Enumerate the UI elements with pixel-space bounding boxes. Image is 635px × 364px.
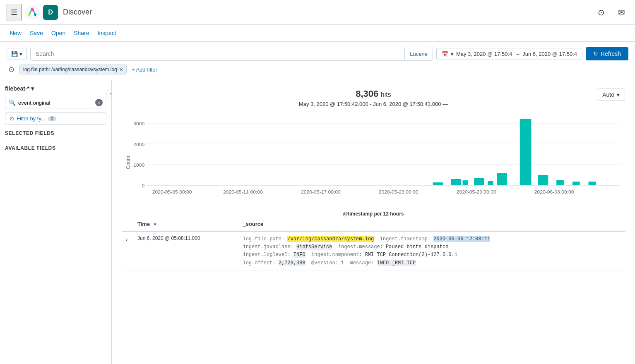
add-filter-button[interactable]: + Add filter <box>130 65 159 74</box>
active-filter-tag[interactable]: log.file.path: /var/log/cassandra/system… <box>19 65 127 74</box>
svg-point-1 <box>31 8 34 11</box>
sidebar-collapse-button[interactable]: ◀ <box>106 89 112 98</box>
calendar-icon: 📅 <box>442 51 448 57</box>
date-to: Jun 6, 2020 @ 17:50:4 <box>522 51 577 57</box>
date-from: May 3, 2020 @ 17:50:4 <box>456 51 512 57</box>
svg-text:2020-05-23 00:00: 2020-05-23 00:00 <box>379 190 419 194</box>
table-area: Time ▼ _source › Jun 6, 2020 @ 05:08:11.… <box>112 217 635 271</box>
refresh-button[interactable]: ↻ Refresh <box>586 47 628 60</box>
svg-text:2020-05-11 00:00: 2020-05-11 00:00 <box>223 190 263 194</box>
svg-text:1000: 1000 <box>133 163 144 168</box>
svg-rect-20 <box>538 175 548 185</box>
svg-rect-13 <box>433 182 443 185</box>
svg-rect-21 <box>556 180 564 185</box>
svg-text:2020-06-03 00:00: 2020-06-03 00:00 <box>534 190 574 194</box>
sidebar: ◀ filebeat-* ▾ 🔍 × ⊙ Filter by ty... 0 S… <box>0 80 112 364</box>
share-link[interactable]: Share <box>70 28 92 38</box>
filter-count-badge: 0 <box>48 116 56 121</box>
chart-area: 8,306 hits May 3, 2020 @ 17:50:42.000 - … <box>112 80 635 364</box>
svg-rect-17 <box>488 181 493 185</box>
save-icon: 💾 <box>11 51 18 57</box>
index-pattern-label: filebeat-* <box>5 85 29 92</box>
hamburger-menu[interactable]: ☰ <box>7 4 22 21</box>
field-search-clear-button[interactable]: × <box>95 99 103 106</box>
svg-rect-22 <box>572 182 580 185</box>
search-save-button[interactable]: 💾 ▾ <box>7 48 27 60</box>
row-expand-button[interactable]: › <box>125 235 128 243</box>
svg-text:3000: 3000 <box>133 122 144 126</box>
svg-rect-14 <box>451 179 461 185</box>
filter-by-type-button[interactable]: ⊙ Filter by ty... 0 <box>5 113 106 125</box>
save-link[interactable]: Save <box>26 28 46 38</box>
time-cell: Jun 6, 2020 @ 05:08:11.000 <box>134 232 239 271</box>
search-input-wrap: Lucene <box>30 47 433 61</box>
svg-text:2020-05-29 00:00: 2020-05-29 00:00 <box>457 190 496 194</box>
hits-label: hits <box>381 91 391 98</box>
main-layout: ◀ filebeat-* ▾ 🔍 × ⊙ Filter by ty... 0 S… <box>0 80 635 364</box>
selected-fields-title: Selected fields <box>5 130 106 136</box>
svg-text:2020-05-05 00:00: 2020-05-05 00:00 <box>152 190 192 194</box>
auto-label: Auto <box>602 91 614 98</box>
time-sort-icon: ▼ <box>153 222 157 227</box>
svg-point-3 <box>34 13 36 15</box>
top-nav: ☰ D Discover ⊙ ✉ <box>0 0 635 25</box>
lucene-button[interactable]: Lucene <box>404 48 433 60</box>
svg-text:2020-05-17 00:00: 2020-05-17 00:00 <box>301 190 341 194</box>
svg-rect-23 <box>589 182 596 185</box>
date-arrow: → <box>515 51 520 57</box>
filter-row: ⊙ log.file.path: /var/log/cassandra/syst… <box>7 64 628 75</box>
time-column-header[interactable]: Time ▼ <box>134 217 239 232</box>
svg-text:2000: 2000 <box>133 142 144 147</box>
chart-date-range: May 3, 2020 @ 17:50:42.000 - Jun 6, 2020… <box>299 101 448 107</box>
field-search-icon: 🔍 <box>9 99 16 106</box>
interval-chevron: ▾ <box>617 91 620 98</box>
filter-type-icon: ⊙ <box>10 115 14 122</box>
index-pattern-chevron: ▾ <box>31 85 34 92</box>
svg-rect-19 <box>520 119 532 185</box>
save-chevron: ▾ <box>19 51 22 57</box>
svg-rect-18 <box>497 173 507 185</box>
svg-rect-15 <box>463 180 468 185</box>
x-axis-label: @timestamp per 12 hours <box>122 211 625 217</box>
new-link[interactable]: New <box>7 28 25 38</box>
chart-header: 8,306 hits May 3, 2020 @ 17:50:42.000 - … <box>122 89 625 112</box>
inspect-link[interactable]: Inspect <box>94 28 120 38</box>
secondary-nav: New Save Open Share Inspect <box>0 25 635 42</box>
hits-info: 8,306 hits <box>289 89 457 99</box>
app-icon: D <box>43 5 58 20</box>
mail-icon[interactable]: ✉ <box>615 4 628 21</box>
search-row: 💾 ▾ Lucene 📅 ▾ May 3, 2020 @ 17:50:4 → J… <box>7 47 628 61</box>
source-cell: log.file.path: /var/log/cassandra/system… <box>239 232 625 271</box>
filter-tag-remove-button[interactable]: × <box>120 67 123 72</box>
app-title: Discover <box>63 8 594 17</box>
hits-count: 8,306 <box>356 89 378 99</box>
refresh-icon: ↻ <box>593 50 598 57</box>
available-fields-title: Available fields <box>5 145 106 151</box>
filter-tag-label: log.file.path: /var/log/cassandra/system… <box>23 67 117 72</box>
chart-wrap: Count 3000 2000 1000 0 <box>122 117 625 217</box>
date-range-info: May 3, 2020 @ 17:50:42.000 - Jun 6, 2020… <box>289 101 457 107</box>
source-column-header: _source <box>239 217 625 232</box>
refresh-label: Refresh <box>601 50 621 57</box>
interval-selector[interactable]: Auto ▾ <box>597 89 625 101</box>
index-pattern-selector[interactable]: filebeat-* ▾ <box>5 85 106 92</box>
field-search-wrap: 🔍 × <box>5 97 106 108</box>
filter-by-type-label: Filter by ty... <box>17 115 46 122</box>
field-search-input[interactable] <box>18 100 93 106</box>
table-row: › Jun 6, 2020 @ 05:08:11.000 log.file.pa… <box>122 232 625 271</box>
search-input[interactable] <box>31 47 404 60</box>
nav-icons: ⊙ ✉ <box>594 4 628 21</box>
svg-point-2 <box>28 13 30 15</box>
datetime-button[interactable]: 📅 ▾ May 3, 2020 @ 17:50:4 → Jun 6, 2020 … <box>436 48 582 60</box>
search-area: 💾 ▾ Lucene 📅 ▾ May 3, 2020 @ 17:50:4 → J… <box>0 42 635 80</box>
histogram-chart: Count 3000 2000 1000 0 <box>122 117 625 208</box>
svg-rect-16 <box>474 178 484 185</box>
results-table: Time ▼ _source › Jun 6, 2020 @ 05:08:11.… <box>122 217 625 271</box>
datetime-chevron: ▾ <box>451 51 454 57</box>
filter-options-button[interactable]: ⊙ <box>7 64 16 75</box>
help-icon[interactable]: ⊙ <box>594 4 608 21</box>
open-link[interactable]: Open <box>48 28 69 38</box>
svg-text:Count: Count <box>125 156 131 169</box>
kibana-logo <box>25 5 40 20</box>
svg-text:0: 0 <box>142 184 145 188</box>
